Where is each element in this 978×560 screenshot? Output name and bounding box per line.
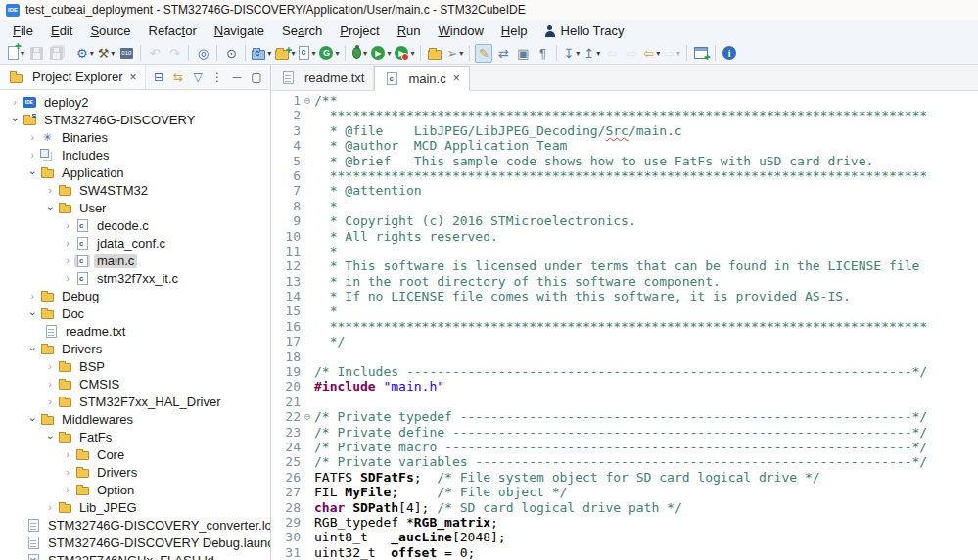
menu-edit[interactable]: Edit	[42, 22, 81, 40]
previous-annotation-button[interactable]: ↥▾	[582, 44, 601, 63]
tree-item-doc[interactable]: ›Doc	[0, 304, 270, 322]
expander-icon[interactable]: ›	[25, 291, 39, 302]
toggle-mark-occurrences-button[interactable]: ✎	[475, 44, 492, 63]
new-wizard-button[interactable]: ▾	[7, 44, 25, 63]
menu-run[interactable]: Run	[389, 22, 430, 40]
show-selected-element-button[interactable]: ▣	[514, 44, 532, 63]
expander-icon[interactable]: ›	[25, 150, 39, 161]
tree-item-stm32f746nghx-flash-ld[interactable]: ldSTM32F746NGHx_FLASH.ld	[0, 551, 270, 560]
close-icon[interactable]: ×	[453, 71, 460, 85]
menu-navigate[interactable]: Navigate	[206, 22, 273, 40]
project-explorer-tab[interactable]: Project Explorer ×	[0, 65, 146, 89]
user-account[interactable]: Hello Tracy	[536, 22, 632, 40]
tree-item-stm32746g-discovery[interactable]: ›SSTM32746G-DISCOVERY	[0, 111, 270, 128]
new-c-project-button[interactable]: c▾	[251, 44, 272, 63]
dropdown-arrow-icon[interactable]: ▾	[335, 49, 339, 58]
maximize-button[interactable]: ▢	[248, 68, 265, 86]
dropdown-arrow-icon[interactable]: ▾	[459, 49, 463, 58]
expander-icon[interactable]: ›	[8, 97, 22, 108]
code-editor[interactable]: 1⊖/**2 *********************************…	[271, 91, 978, 560]
next-annotation-button[interactable]: ↧▾	[562, 44, 581, 63]
tree-item-option[interactable]: ›Option	[0, 481, 270, 498]
dropdown-arrow-icon[interactable]: ▾	[90, 49, 94, 58]
dropdown-arrow-icon[interactable]: ▾	[596, 49, 600, 58]
tree-item-bsp[interactable]: ›BSP	[0, 357, 270, 375]
menu-refactor[interactable]: Refactor	[140, 22, 206, 40]
tree-item-sw4stm32[interactable]: ›SW4STM32	[0, 181, 270, 199]
close-icon[interactable]: ×	[129, 70, 136, 84]
expander-icon[interactable]: ›	[27, 306, 38, 320]
view-menu-button[interactable]: ⋮	[209, 68, 226, 86]
power-button[interactable]: ⊙	[222, 44, 240, 63]
expander-icon[interactable]: ›	[61, 238, 74, 249]
tree-item-fatfs[interactable]: ›FatFs	[0, 428, 270, 445]
fold-marker-icon[interactable]: ⊖	[301, 93, 314, 108]
expander-icon[interactable]: ›	[61, 485, 74, 495]
tree-item-debug[interactable]: ›Debug	[0, 287, 270, 304]
new-c-file-button[interactable]: c▾	[298, 44, 316, 63]
tree-item-decode-c[interactable]: ›cdecode.c	[0, 216, 270, 234]
expander-icon[interactable]: ›	[25, 132, 39, 143]
expander-icon[interactable]: ›	[43, 379, 57, 390]
tree-item-jdata-conf-c[interactable]: ›cjdata_conf.c	[0, 234, 270, 252]
expander-icon[interactable]: ›	[10, 113, 21, 126]
tree-item-includes[interactable]: ›Includes	[0, 146, 270, 163]
expander-icon[interactable]: ›	[61, 220, 74, 231]
external-tools-button[interactable]: ➢▾	[445, 44, 464, 63]
back-history-button[interactable]: ⇦▾	[642, 44, 661, 63]
dropdown-arrow-icon[interactable]: ▾	[656, 49, 660, 58]
expander-icon[interactable]: ›	[43, 361, 57, 372]
dropdown-arrow-icon[interactable]: ▾	[311, 49, 315, 58]
expander-icon[interactable]: ›	[61, 449, 74, 460]
expander-icon[interactable]: ›	[27, 342, 38, 355]
dropdown-arrow-icon[interactable]: ▾	[111, 49, 115, 58]
tree-item-core[interactable]: ›Core	[0, 445, 270, 463]
filter-button[interactable]: ▽	[189, 68, 207, 86]
tree-item-application[interactable]: ›Application	[0, 163, 270, 181]
menu-window[interactable]: Window	[430, 22, 492, 40]
expander-icon[interactable]: ›	[43, 397, 57, 407]
expander-icon[interactable]: ›	[43, 502, 57, 513]
editor-tab-main-c[interactable]: cmain.c×	[374, 66, 469, 91]
run-button[interactable]: ▶▾	[370, 44, 392, 63]
device-configuration-tool-button[interactable]: ⚙▾	[75, 44, 95, 63]
editor-tab-readme-txt[interactable]: readme.txt	[271, 65, 374, 90]
menu-help[interactable]: Help	[492, 22, 536, 40]
generate-code-button[interactable]: G▾	[318, 44, 340, 63]
menu-project[interactable]: Project	[331, 22, 388, 40]
debug-button[interactable]: ▾	[350, 44, 368, 63]
tree-item-stm32746g-discovery-debug-launch[interactable]: STM32746G-DISCOVERY Debug.launch	[0, 534, 270, 551]
tree-item-main-c[interactable]: ›cmain.c	[0, 252, 270, 269]
open-perspective-button[interactable]	[692, 44, 710, 63]
tree-item-stm32746g-discovery-converter-log[interactable]: STM32746G-DISCOVERY_converter.log	[0, 516, 270, 534]
show-whitespace-button[interactable]: ¶	[534, 44, 551, 63]
build-button[interactable]: ⚒▾	[97, 44, 116, 63]
new-project-button[interactable]: ▾	[274, 44, 296, 63]
profile-button[interactable]: ▶▾	[394, 44, 415, 63]
collapse-all-button[interactable]: ⊟	[150, 68, 167, 86]
import-folder-button[interactable]	[426, 44, 443, 63]
menu-file[interactable]: File	[4, 22, 42, 40]
tree-item-drivers[interactable]: ›Drivers	[0, 463, 270, 481]
expander-icon[interactable]: ›	[61, 273, 74, 284]
minimize-button[interactable]: ─	[228, 68, 246, 86]
expander-icon[interactable]: ›	[27, 412, 38, 426]
menu-search[interactable]: Search	[273, 22, 331, 40]
expander-icon[interactable]: ›	[61, 256, 74, 266]
dropdown-arrow-icon[interactable]: ▾	[576, 49, 580, 58]
dropdown-arrow-icon[interactable]: ▾	[676, 49, 680, 58]
menu-source[interactable]: Source	[81, 22, 139, 40]
expander-icon[interactable]: ›	[61, 467, 74, 478]
dropdown-arrow-icon[interactable]: ▾	[363, 49, 367, 58]
link-with-editor-button[interactable]: ⇄	[494, 44, 512, 63]
expander-icon[interactable]: ›	[45, 201, 56, 214]
fold-marker-icon[interactable]: ⊖	[301, 409, 314, 424]
tree-item-binaries[interactable]: ›✳Binaries	[0, 128, 270, 146]
tree-item-stm32f7xx-hal-driver[interactable]: ›STM32F7xx_HAL_Driver	[0, 393, 270, 410]
expander-icon[interactable]: ›	[45, 430, 56, 443]
expander-icon[interactable]: ›	[27, 165, 38, 179]
tree-item-user[interactable]: ›User	[0, 199, 270, 216]
expander-icon[interactable]: ›	[43, 185, 57, 196]
link-with-editor-button[interactable]: ⇆	[169, 68, 187, 86]
tree-item-drivers[interactable]: ›Drivers	[0, 340, 270, 357]
